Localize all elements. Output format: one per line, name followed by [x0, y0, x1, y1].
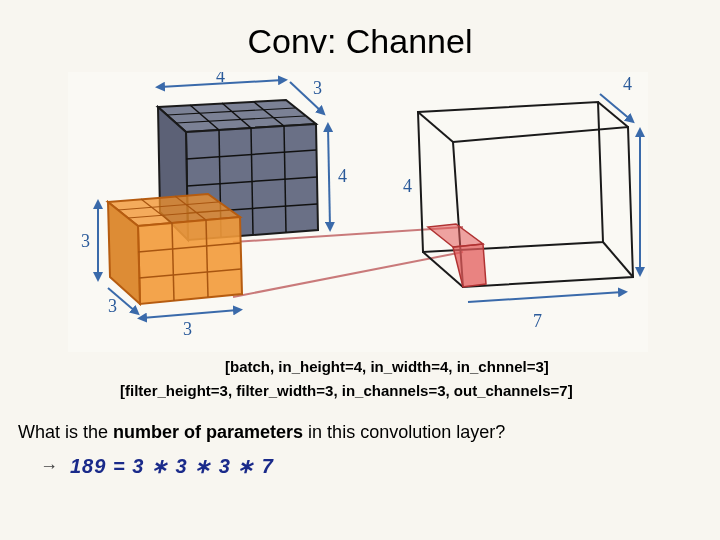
out-depth-label: 4 — [623, 74, 632, 94]
question-bold: number of parameters — [113, 422, 303, 442]
in-width-top-label: 4 — [216, 72, 225, 86]
slide-title: Conv: Channel — [0, 0, 720, 61]
svg-line-29 — [328, 127, 330, 227]
svg-marker-9 — [428, 224, 483, 247]
svg-line-10 — [468, 292, 623, 302]
filter-width-label: 3 — [183, 319, 192, 339]
output-tensor-cube — [418, 94, 640, 302]
in-depth-top-label: 3 — [313, 78, 322, 98]
out-height-label-left: 4 — [403, 176, 412, 196]
question-pre: What is the — [18, 422, 113, 442]
svg-marker-31 — [138, 217, 242, 304]
answer-row: → 189 = 3 ∗ 3 ∗ 3 ∗ 7 — [40, 454, 274, 478]
in-height-label: 4 — [338, 166, 347, 186]
conv-diagram: 7 4 4 4 3 4 — [68, 72, 648, 352]
filter-height-label: 3 — [81, 231, 90, 251]
svg-line-6 — [603, 242, 633, 277]
filter-shape-caption: [filter_height=3, filter_width=3, in_cha… — [120, 382, 573, 399]
svg-line-1 — [233, 252, 463, 297]
out-width-label: 7 — [533, 311, 542, 331]
filter-depth-label: 3 — [108, 296, 117, 316]
question-post: in this convolution layer? — [303, 422, 505, 442]
svg-line-4 — [418, 112, 453, 142]
svg-line-41 — [142, 310, 238, 318]
input-shape-caption: [batch, in_height=4, in_width=4, in_chnn… — [225, 358, 549, 375]
arrow-icon: → — [40, 456, 58, 477]
param-equation: 189 = 3 ∗ 3 ∗ 3 ∗ 7 — [70, 454, 274, 478]
filter-cube — [98, 194, 242, 318]
question-text: What is the number of parameters in this… — [18, 422, 505, 443]
svg-marker-8 — [453, 244, 486, 287]
